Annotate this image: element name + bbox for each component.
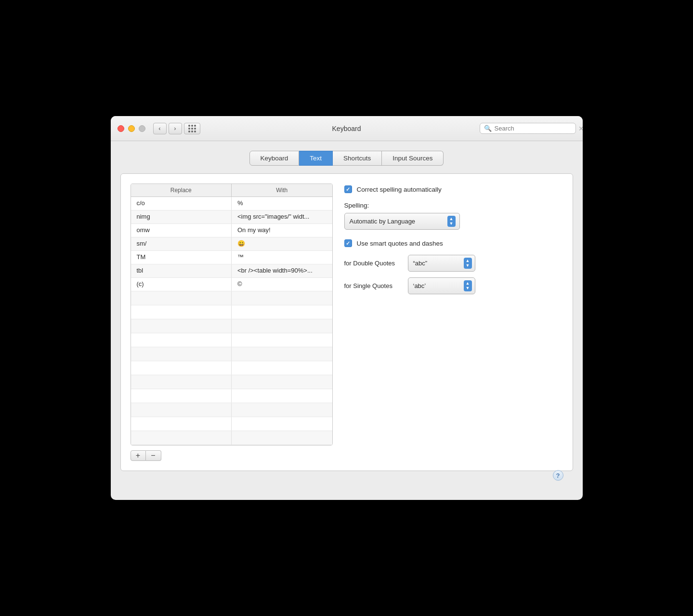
col-header-with: With: [232, 184, 332, 197]
empty-row: [131, 403, 332, 417]
help-button[interactable]: ?: [553, 470, 563, 481]
single-quotes-row: for Single Quotes ‘abc’ ▲ ▼: [344, 277, 563, 294]
smart-quotes-label: Use smart quotes and dashes: [357, 240, 443, 247]
arrow-up-icon: ▲: [466, 281, 470, 286]
arrow-up-icon: ▲: [466, 259, 470, 263]
cell-with-6: <br /><table width=90%>...: [232, 264, 332, 277]
traffic-lights: [118, 125, 145, 132]
tab-input-sources[interactable]: Input Sources: [382, 151, 444, 166]
empty-row: [131, 291, 332, 305]
cell-replace-5: TM: [131, 251, 232, 264]
cell-with-2: <img src="images/" widt...: [232, 210, 332, 223]
single-quotes-label: for Single Quotes: [344, 282, 402, 289]
arrow-down-icon: ▼: [466, 263, 470, 268]
checkmark-icon: ✓: [346, 240, 350, 247]
cell-with-7: ©: [232, 278, 332, 291]
spelling-section-label: Spelling:: [344, 202, 563, 209]
table-section: Replace With c/o % nimg <img src="images…: [131, 183, 333, 461]
dropdown-arrows-icon: ▲ ▼: [464, 258, 472, 269]
add-row-button[interactable]: +: [131, 450, 146, 461]
double-quotes-label: for Double Quotes: [344, 260, 402, 267]
empty-row: [131, 361, 332, 375]
empty-row: [131, 431, 332, 445]
search-box[interactable]: 🔍 ✕: [480, 123, 576, 134]
back-button[interactable]: ‹: [153, 123, 167, 134]
window-title: Keyboard: [332, 125, 361, 132]
single-quotes-option: ‘abc’: [413, 282, 464, 289]
checkmark-icon: ✓: [346, 186, 350, 193]
dropdown-arrows-icon: ▲ ▼: [464, 280, 472, 291]
maximize-button[interactable]: [139, 125, 145, 132]
single-quotes-dropdown[interactable]: ‘abc’ ▲ ▼: [408, 277, 475, 294]
tab-keyboard[interactable]: Keyboard: [249, 151, 300, 166]
tab-shortcuts[interactable]: Shortcuts: [333, 151, 382, 166]
correct-spelling-label: Correct spelling automatically: [357, 186, 442, 193]
tab-text[interactable]: Text: [299, 151, 333, 166]
cell-with-3: On my way!: [232, 224, 332, 237]
search-input[interactable]: [495, 125, 575, 132]
cell-replace-3: omw: [131, 224, 232, 237]
correct-spelling-checkbox[interactable]: ✓: [344, 185, 352, 193]
double-quotes-row: for Double Quotes “abc” ▲ ▼: [344, 255, 563, 272]
forward-icon: ›: [174, 125, 176, 132]
table-row[interactable]: (c) ©: [131, 278, 332, 291]
smart-quotes-header: ✓ Use smart quotes and dashes: [344, 239, 563, 247]
nav-buttons: ‹ ›: [153, 123, 182, 134]
empty-row: [131, 319, 332, 333]
arrow-down-icon: ▼: [449, 222, 454, 226]
cell-replace-4: sm/: [131, 237, 232, 250]
cell-replace-2: nimg: [131, 210, 232, 223]
correct-spelling-row: ✓ Correct spelling automatically: [344, 185, 563, 193]
cell-with-5: ™: [232, 251, 332, 264]
table-body: c/o % nimg <img src="images/" widt... om…: [131, 197, 332, 445]
forward-button[interactable]: ›: [169, 123, 182, 134]
minimize-button[interactable]: [128, 125, 135, 132]
table-row[interactable]: nimg <img src="images/" widt...: [131, 210, 332, 224]
bottom-bar: ?: [120, 471, 573, 490]
table-row[interactable]: omw On my way!: [131, 224, 332, 237]
table-row[interactable]: tbl <br /><table width=90%>...: [131, 264, 332, 278]
back-icon: ‹: [158, 125, 160, 132]
titlebar: ‹ › Keyboard 🔍 ✕: [111, 116, 583, 141]
empty-row: [131, 389, 332, 403]
smart-quotes-section: ✓ Use smart quotes and dashes for Double…: [344, 239, 563, 294]
grid-icon: [188, 125, 196, 132]
arrow-up-icon: ▲: [449, 217, 454, 221]
table-actions: + −: [131, 450, 333, 461]
col-header-replace: Replace: [131, 184, 232, 197]
double-quotes-dropdown[interactable]: “abc” ▲ ▼: [408, 255, 475, 272]
spelling-section: Spelling: Automatic by Language ▲ ▼: [344, 202, 563, 230]
double-quotes-option: “abc”: [413, 260, 464, 267]
spelling-dropdown[interactable]: Automatic by Language ▲ ▼: [344, 213, 460, 230]
table-header: Replace With: [131, 184, 332, 197]
arrow-down-icon: ▼: [466, 286, 470, 290]
search-clear-button[interactable]: ✕: [578, 125, 583, 132]
empty-row: [131, 305, 332, 319]
grid-button[interactable]: [184, 123, 200, 134]
content-area: Keyboard Text Shortcuts Input Sources Re…: [111, 141, 583, 500]
smart-quotes-checkbox[interactable]: ✓: [344, 239, 352, 247]
cell-replace-6: tbl: [131, 264, 232, 277]
cell-replace-7: (c): [131, 278, 232, 291]
table-row[interactable]: c/o %: [131, 197, 332, 210]
tabs: Keyboard Text Shortcuts Input Sources: [120, 151, 573, 166]
spelling-option-text: Automatic by Language: [350, 218, 447, 225]
panel: Replace With c/o % nimg <img src="images…: [120, 173, 573, 471]
empty-row: [131, 333, 332, 347]
cell-with-1: %: [232, 197, 332, 210]
empty-row: [131, 417, 332, 431]
settings-section: ✓ Correct spelling automatically Spellin…: [344, 183, 563, 461]
remove-row-button[interactable]: −: [146, 450, 161, 461]
search-icon: 🔍: [484, 125, 492, 132]
table-row[interactable]: TM ™: [131, 251, 332, 264]
empty-row: [131, 375, 332, 389]
replace-table: Replace With c/o % nimg <img src="images…: [131, 183, 333, 446]
cell-replace-1: c/o: [131, 197, 232, 210]
empty-row: [131, 347, 332, 361]
main-window: ‹ › Keyboard 🔍 ✕ Keyboard Text Shortcuts: [111, 116, 583, 500]
dropdown-arrows-icon: ▲ ▼: [447, 216, 456, 227]
cell-with-4: 😀: [232, 237, 332, 250]
table-row[interactable]: sm/ 😀: [131, 237, 332, 251]
close-button[interactable]: [118, 125, 124, 132]
